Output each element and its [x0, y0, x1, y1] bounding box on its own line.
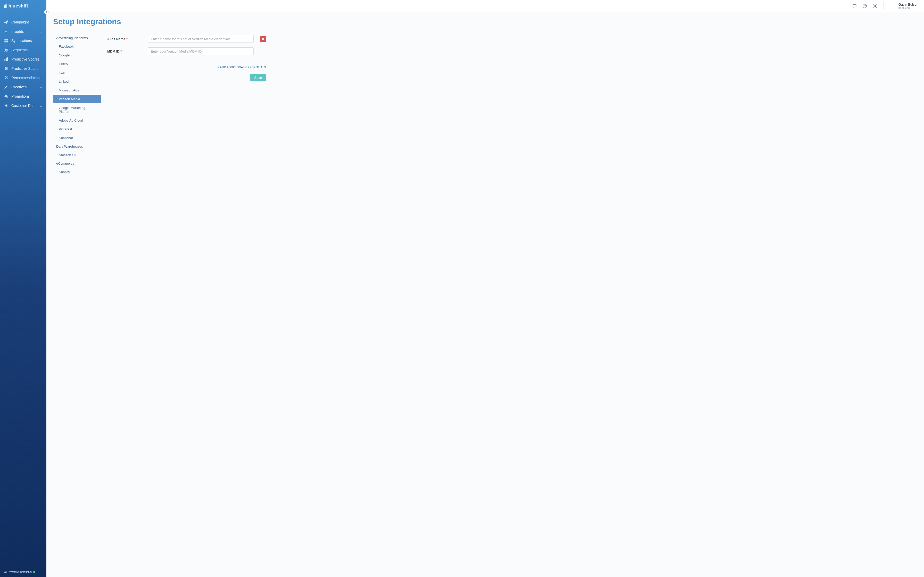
- mdm-id-row: MDM ID *: [107, 47, 266, 55]
- add-credentials-link[interactable]: + ADD ADDITIONAL CREDENTIALS: [107, 66, 266, 69]
- nav-item-label: Creatives: [11, 85, 37, 89]
- content: Setup Integrations Advertising Platforms…: [47, 12, 924, 577]
- chart-line-icon: [4, 29, 8, 34]
- nav-item-promotions[interactable]: Promotions: [0, 92, 47, 101]
- main: Gavin Belson hooli.com Setup Integration…: [47, 0, 924, 577]
- subnav-item-twitter[interactable]: Twitter: [53, 69, 101, 77]
- subnav-item-linkedin[interactable]: Linkedin: [53, 77, 101, 86]
- nav-item-recommendations[interactable]: Recommendations: [0, 73, 47, 82]
- subnav-item-snapchat[interactable]: Snapchat: [53, 134, 101, 142]
- topbar-separator: [883, 2, 884, 10]
- nav-item-label: Syndications: [11, 39, 42, 43]
- integrations-subnav: Advertising PlatformsFacebookGoogleCrite…: [53, 31, 101, 176]
- system-status-label: All Systems Operational: [4, 571, 32, 574]
- user-menu[interactable]: Gavin Belson hooli.com: [897, 3, 921, 10]
- alias-name-row: Alias Name *: [107, 35, 266, 43]
- nav-item-customer-data[interactable]: Customer Data: [0, 101, 47, 110]
- settings-icon[interactable]: [871, 2, 880, 10]
- nav-item-label: Campaigns: [11, 20, 42, 24]
- subnav-item-facebook[interactable]: Facebook: [53, 42, 101, 51]
- mdm-id-input[interactable]: [148, 47, 254, 55]
- svg-rect-7: [6, 41, 8, 42]
- svg-point-19: [5, 95, 7, 97]
- nav-item-label: Predictive Scores: [11, 57, 42, 61]
- subnav-group-advertising-platforms[interactable]: Advertising Platforms: [53, 34, 101, 42]
- subnav-group-ecommerce[interactable]: eCommerce: [53, 160, 101, 168]
- nav-item-predictive-scores[interactable]: Predictive Scores: [0, 55, 47, 64]
- svg-rect-11: [6, 58, 7, 61]
- bars-icon: [4, 57, 8, 61]
- save-row: Save: [107, 74, 266, 81]
- svg-point-8: [5, 49, 6, 50]
- svg-rect-5: [6, 39, 8, 40]
- user-org: hooli.com: [898, 6, 918, 10]
- divider: [107, 62, 266, 62]
- nav-item-label: Customer Data: [11, 103, 37, 108]
- brand-logo[interactable]: blueshift: [0, 0, 47, 12]
- nav-item-label: Predictive Studio: [11, 66, 42, 71]
- subnav-item-microsoft-ads[interactable]: Microsoft Ads: [53, 86, 101, 95]
- nav-item-label: Recommendations: [11, 76, 42, 80]
- nav-item-label: Insights: [11, 29, 37, 34]
- svg-point-9: [6, 49, 8, 50]
- fingerprint-icon: [4, 103, 8, 108]
- subnav-group-data-warehouses[interactable]: Data Warehouses: [53, 142, 101, 150]
- messages-icon[interactable]: [850, 2, 859, 10]
- svg-rect-4: [5, 39, 6, 40]
- sidebar-collapse-button[interactable]: [44, 10, 49, 15]
- nav-item-syndications[interactable]: Syndications: [0, 36, 47, 45]
- subnav-item-shopify[interactable]: Shopify: [53, 168, 101, 176]
- svg-point-14: [5, 67, 6, 68]
- save-button[interactable]: Save: [250, 74, 266, 81]
- required-asterisk: *: [120, 50, 122, 53]
- svg-rect-0: [4, 5, 5, 8]
- sliders-icon: [4, 66, 8, 71]
- delete-credential-button[interactable]: [260, 36, 266, 42]
- menu-icon[interactable]: [887, 2, 896, 10]
- svg-rect-6: [5, 41, 6, 42]
- user-name: Gavin Belson: [898, 3, 918, 6]
- alias-name-label-text: Alias Name: [107, 37, 125, 41]
- subnav-item-pinterest[interactable]: Pinterest: [53, 125, 101, 134]
- paper-plane-icon: [4, 20, 8, 24]
- svg-point-16: [6, 68, 7, 69]
- topbar: Gavin Belson hooli.com: [47, 0, 924, 12]
- subnav-item-amazon-s3[interactable]: Amazon S3: [53, 151, 101, 159]
- nav-item-creatives[interactable]: Creatives: [0, 82, 47, 92]
- nav-item-insights[interactable]: Insights: [0, 27, 47, 36]
- svg-rect-1: [5, 5, 6, 8]
- svg-rect-2: [6, 3, 7, 8]
- nav-item-campaigns[interactable]: Campaigns: [0, 18, 47, 27]
- svg-rect-10: [5, 59, 5, 61]
- wand-icon: [4, 76, 8, 80]
- nav-item-predictive-studio[interactable]: Predictive Studio: [0, 64, 47, 73]
- status-dot-icon: [33, 571, 36, 573]
- chevron-down-icon: [40, 104, 42, 107]
- sidebar: blueshift CampaignsInsightsSyndicationsS…: [0, 0, 47, 577]
- subnav-item-google[interactable]: Google: [53, 51, 101, 60]
- credentials-form: Alias Name * MDM ID *: [101, 31, 266, 176]
- help-icon[interactable]: [861, 2, 869, 10]
- alias-name-label: Alias Name *: [107, 37, 143, 41]
- svg-text:blueshift: blueshift: [8, 3, 28, 8]
- chevron-down-icon: [40, 30, 42, 33]
- svg-rect-12: [7, 58, 8, 61]
- integrations-panel: Advertising PlatformsFacebookGoogleCrite…: [53, 30, 917, 176]
- alias-name-input[interactable]: [148, 35, 254, 43]
- subnav-item-verizon-media[interactable]: Verizon Media: [53, 95, 101, 103]
- grid-icon: [4, 39, 8, 43]
- users-icon: [4, 48, 8, 52]
- subnav-item-criteo[interactable]: Criteo: [53, 60, 101, 68]
- chevron-down-icon: [40, 86, 42, 89]
- nav-item-label: Promotions: [11, 94, 42, 98]
- required-asterisk: *: [126, 37, 128, 41]
- svg-point-18: [5, 69, 6, 70]
- subnav-item-google-marketing-platform[interactable]: Google Marketing Platform: [53, 103, 101, 116]
- page-title: Setup Integrations: [53, 17, 917, 26]
- mdm-id-label-text: MDM ID: [107, 50, 120, 53]
- pen-icon: [4, 85, 8, 89]
- mdm-id-label: MDM ID *: [107, 50, 143, 53]
- system-status[interactable]: All Systems Operational: [0, 568, 47, 577]
- nav-item-segments[interactable]: Segments: [0, 45, 47, 55]
- subnav-item-adobe-ad-cloud[interactable]: Adobe Ad Cloud: [53, 116, 101, 125]
